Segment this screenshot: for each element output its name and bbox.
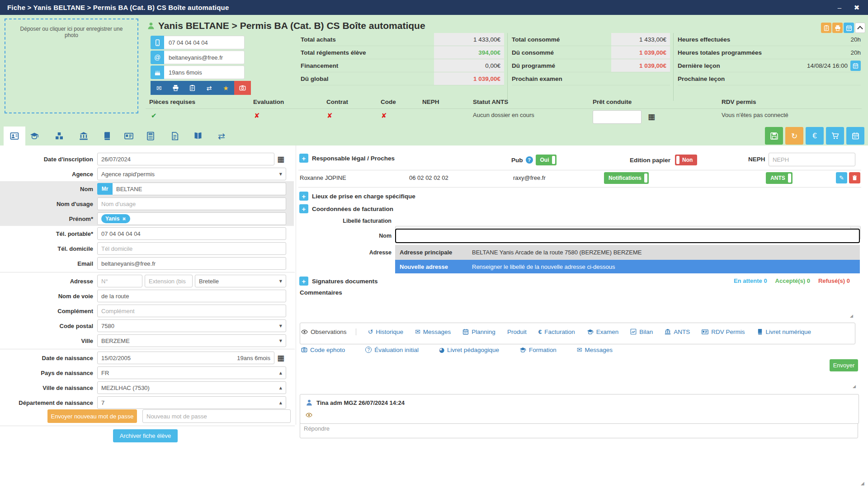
nom-usage-input[interactable] (97, 197, 286, 210)
adresse-option-nouvelle[interactable]: Nouvelle adresse Renseigner le libellé d… (395, 260, 860, 273)
date-naissance-input[interactable]: 15/02/2005 19ans 6mois (97, 352, 274, 364)
tab-label: Historique (376, 328, 403, 335)
add-responsable-button[interactable]: + (299, 154, 308, 163)
graduation-cap-icon (587, 328, 594, 335)
tel-domicile-input[interactable] (97, 242, 286, 255)
agence-select[interactable]: Agence rapid'permis▼ (97, 168, 286, 180)
envoyer-button[interactable]: Envoyer (830, 359, 858, 371)
resize-handle-icon[interactable]: ◢ (850, 314, 853, 318)
prenom-input[interactable]: Yanis✖ (97, 212, 286, 225)
email-input[interactable] (97, 257, 286, 270)
tab-ants-icon[interactable] (77, 127, 90, 145)
save-button[interactable] (765, 127, 783, 145)
header-print-button[interactable] (832, 23, 843, 33)
tab-bilan[interactable]: Bilan (630, 328, 653, 335)
proche-ants-toggle[interactable]: ANTS (766, 172, 793, 184)
add-lieu-button[interactable]: + (299, 192, 308, 201)
add-signature-button[interactable]: + (299, 277, 308, 286)
cart-button[interactable] (826, 127, 844, 145)
tab-messages[interactable]: ✉Messages (415, 328, 451, 335)
header-clipboard-button[interactable] (821, 23, 831, 33)
calendar-icon[interactable]: ▦ (277, 155, 284, 164)
send-email-button[interactable]: ✉ (151, 81, 167, 95)
transfer-button[interactable]: ⇄ (201, 81, 217, 95)
add-facturation-button[interactable]: + (299, 204, 308, 213)
civility-tag[interactable]: Mr (97, 183, 113, 195)
date-inscription-input[interactable] (97, 153, 274, 165)
proche-notifications-toggle[interactable]: Notifications (604, 172, 649, 184)
option-title: Adresse principale (400, 249, 472, 256)
tab-transferts-icon[interactable]: ⇄ (215, 127, 228, 145)
pub-toggle[interactable]: Oui (536, 155, 557, 165)
tel-portable-input[interactable] (97, 227, 286, 240)
last-lesson-calendar-button[interactable] (850, 61, 861, 71)
archive-student-button[interactable]: Archiver fiche élève (113, 429, 178, 442)
clipboard-button[interactable] (184, 81, 201, 95)
tab-code-ephoto[interactable]: Code ephoto (301, 347, 345, 353)
print-button[interactable] (167, 81, 184, 95)
help-icon[interactable]: ? (526, 156, 533, 164)
favorite-star-button[interactable]: ★ (217, 81, 234, 95)
tab-documents-icon[interactable] (168, 127, 182, 145)
eye-icon[interactable] (306, 412, 312, 418)
finance-value: 0,00€ (434, 59, 504, 72)
adresse-option-principale[interactable]: Adresse principale BELTANE Yanis Arcade … (395, 245, 860, 260)
tab-pedagogie-icon[interactable] (191, 127, 205, 145)
pays-naissance-select[interactable]: FR▲ (97, 366, 286, 379)
ville-select[interactable]: BERZEME▼ (97, 334, 286, 347)
tab-planning[interactable]: Planning (462, 328, 495, 335)
remove-prenom-icon[interactable]: ✖ (122, 216, 126, 221)
page-resize-handle-icon[interactable]: ◢ (861, 481, 864, 486)
photo-dropzone[interactable]: Déposer ou cliquer ici pour enregistrer … (5, 19, 138, 113)
pret-conduite-calendar-icon[interactable]: ▦ (648, 112, 655, 121)
tab-products-icon[interactable] (52, 127, 66, 145)
edition-papier-toggle[interactable]: Non (675, 155, 697, 165)
send-password-button[interactable]: Envoyer nouveau mot de passe (47, 409, 137, 423)
adresse-type-select[interactable]: Bretelle▼ (195, 275, 286, 287)
close-icon[interactable]: ✖ (849, 0, 864, 15)
delete-proche-button[interactable] (849, 172, 860, 183)
tab-livret-icon[interactable] (100, 127, 114, 145)
tab-examen[interactable]: Examen (587, 328, 619, 335)
dept-naissance-select[interactable]: 7▲ (97, 396, 286, 409)
repondre-textarea[interactable] (300, 422, 858, 438)
new-password-input[interactable] (142, 409, 291, 423)
tab-evaluation-initial[interactable]: ?Évaluation initial (365, 347, 419, 353)
tab-facturation[interactable]: €Facturation (538, 328, 575, 335)
ville-naissance-select[interactable]: MEZILHAC (7530)▲ (97, 381, 286, 394)
tab-livret-numerique[interactable]: Livret numérique (757, 328, 811, 335)
collapse-header-button[interactable] (855, 23, 865, 33)
adresse-extension-input[interactable] (145, 275, 193, 287)
calendar-icon[interactable]: ▦ (277, 353, 284, 362)
tab-comptes-icon[interactable] (144, 127, 157, 145)
tab-historique[interactable]: ↺Historique (368, 328, 404, 335)
tab-messages-2[interactable]: ✉Messages (577, 346, 613, 353)
code-postal-select[interactable]: 7580▼ (97, 319, 286, 332)
tab-livret-pedagogique[interactable]: ◕Livret pédagogique (439, 346, 499, 353)
refresh-button[interactable]: ↻ (785, 127, 803, 145)
photo-camera-button[interactable] (234, 81, 251, 95)
billing-euro-button[interactable]: € (806, 127, 824, 145)
nom-input[interactable] (113, 183, 286, 195)
adresse-numero-input[interactable] (97, 275, 142, 287)
tab-produit[interactable]: Produit (507, 328, 527, 335)
resize-handle-icon[interactable]: ◢ (853, 384, 856, 389)
planning-button[interactable] (846, 127, 864, 145)
tab-observations[interactable]: Observations (301, 328, 356, 335)
complement-input[interactable] (97, 305, 286, 317)
tab-permis-icon[interactable] (122, 127, 136, 145)
minimize-icon[interactable]: – (832, 0, 847, 15)
edit-proche-button[interactable]: ✎ (836, 172, 847, 183)
header-calendar-button[interactable] (844, 23, 854, 33)
student-phone[interactable]: 07 04 04 04 04 (164, 36, 245, 49)
tab-formation-icon[interactable] (28, 127, 41, 145)
nom-voie-input[interactable] (97, 290, 286, 302)
tab-formation[interactable]: Formation (519, 347, 557, 353)
tab-ants[interactable]: ANTS (665, 328, 690, 335)
pret-conduite-input[interactable] (593, 110, 642, 124)
student-email[interactable]: beltaneyanis@free.fr (164, 51, 245, 64)
tab-rdv-permis[interactable]: RDV Permis (702, 328, 745, 335)
neph-input[interactable] (769, 153, 855, 166)
facturation-nom-input[interactable] (395, 229, 860, 243)
tab-student-card-active[interactable] (4, 127, 25, 145)
